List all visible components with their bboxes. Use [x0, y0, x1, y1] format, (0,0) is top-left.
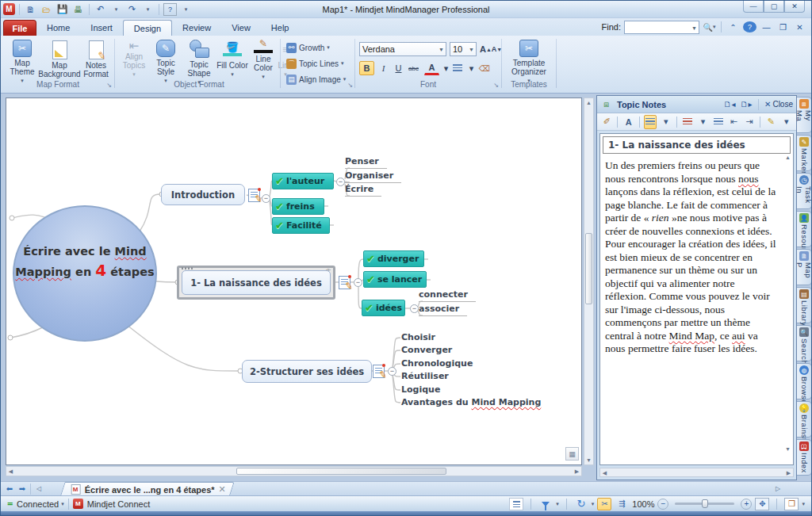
highlighter-icon[interactable]: ✎ — [764, 115, 777, 129]
numbered-list-icon[interactable] — [681, 115, 694, 129]
map-background-button[interactable]: Map Background — [39, 39, 80, 78]
collapse-branch-icon[interactable]: − — [262, 194, 270, 203]
filter-dropdown-icon[interactable]: ▾ — [556, 501, 559, 507]
binoculars-icon[interactable]: 🔍▾ — [703, 21, 716, 34]
minimize-button[interactable]: — — [743, 1, 764, 13]
forward-arrow-icon[interactable]: ➡ — [16, 483, 29, 495]
selected-topic-frame[interactable]: ◃▹ 1- La naissance des idées — [177, 266, 335, 300]
tab-view[interactable]: View — [221, 20, 261, 36]
fill-color-button[interactable]: 🪣 Fill Color▾ — [214, 39, 251, 78]
scroll-down-icon[interactable]: ▼ — [783, 445, 792, 453]
scroll-down-icon[interactable]: ▼ — [584, 456, 593, 464]
tab-home[interactable]: Home — [36, 20, 80, 36]
sidebar-tab-search[interactable]: 🔍Search — [797, 325, 812, 361]
zoom-in-icon[interactable]: + — [741, 499, 752, 510]
sidebar-tab-resources[interactable]: 👤Resour — [797, 211, 812, 247]
notes-format-button[interactable]: ✎ Notes Format — [79, 39, 113, 78]
topic-introduction[interactable]: Introduction — [161, 184, 245, 205]
note-body[interactable]: Un des premiers freins ou peurs que nous… — [600, 156, 783, 356]
increase-indent-icon[interactable]: ⇥ — [743, 115, 756, 129]
clear-formatting-icon[interactable]: ⌫ — [477, 61, 492, 75]
align-left-button[interactable] — [644, 115, 657, 129]
file-tab[interactable]: File — [3, 20, 36, 36]
maximize-button[interactable]: ▢ — [764, 1, 784, 13]
close-tab-icon[interactable]: ✕ — [219, 484, 226, 495]
bold-button[interactable]: B — [359, 61, 374, 75]
notes-vertical-scrollbar[interactable]: ▲ ▼ — [783, 153, 793, 464]
sidebar-tab-library[interactable]: ▤Library — [797, 287, 812, 323]
zoom-out-icon[interactable]: − — [657, 499, 668, 510]
subtopic-organiser[interactable]: Organiser — [345, 170, 401, 183]
zoom-slider-thumb[interactable] — [702, 499, 708, 508]
subtopic-logique[interactable]: Logique — [401, 384, 440, 395]
font-color-button[interactable]: A — [424, 61, 439, 75]
topic-notes-icon[interactable] — [339, 276, 350, 289]
alignment-button[interactable] — [450, 61, 465, 75]
panel-layout-dropdown-icon[interactable]: ▾ — [802, 501, 805, 507]
close-panel-button[interactable]: ✕ Close — [764, 98, 793, 111]
previous-note-icon[interactable]: 🗋◂ — [723, 98, 736, 111]
help-circle-icon[interactable]: ? — [743, 21, 756, 32]
doc-close-icon[interactable]: ✕ — [793, 21, 806, 34]
next-note-icon[interactable]: 🗋▸ — [740, 98, 753, 111]
subtopic-lauteur[interactable]: ✔l'auteur — [272, 173, 334, 189]
sidebar-tab-brainstorm[interactable]: 💡Brainst — [797, 401, 812, 438]
show-branches-icon[interactable]: ⇶ — [615, 498, 629, 510]
sidebar-tab-my-maps[interactable]: 🗉My Ma — [797, 97, 812, 133]
topic-notes-icon[interactable] — [373, 365, 385, 378]
highlighter-dropdown-icon[interactable]: ▾ — [780, 115, 793, 129]
subtopic-reutiliser[interactable]: Réutiliser — [401, 371, 449, 381]
subtopic-connecter[interactable]: connecter — [419, 289, 476, 302]
template-organizer-button[interactable]: ✂ Template Organizer▾ — [508, 39, 550, 78]
collapse-ribbon-icon[interactable]: ⌃ — [726, 21, 740, 34]
arrange-dialog-launcher-icon[interactable]: ↘ — [347, 82, 353, 89]
notes-editor[interactable]: 1- La naissance des idées Un des premier… — [599, 133, 794, 465]
collapse-branch-icon[interactable]: − — [388, 367, 396, 376]
map-theme-button[interactable]: ✂ Map Theme▾ — [4, 39, 40, 78]
subtopic-facilite[interactable]: ✔Facilité — [272, 217, 330, 234]
tab-help[interactable]: Help — [261, 20, 300, 36]
panel-layout-icon[interactable]: ❐ — [784, 498, 799, 510]
scrollbar-thumb[interactable] — [236, 468, 446, 475]
scroll-up-icon[interactable]: ▲ — [584, 98, 593, 107]
zoom-slider[interactable] — [675, 503, 734, 505]
canvas-vertical-scrollbar[interactable]: ▲ ▼ — [584, 97, 594, 465]
filter-icon[interactable] — [538, 498, 553, 510]
fit-map-icon[interactable]: ✥ — [755, 498, 769, 510]
subtopic-converger[interactable]: Converger — [401, 345, 452, 355]
subtopic-avantages[interactable]: Avantages du Mind Mapping — [401, 397, 541, 407]
refresh-icon[interactable]: ↻ — [574, 498, 588, 510]
font-size-select[interactable]: 10▼ — [450, 42, 477, 56]
document-tab[interactable]: Écrire avec le ...ng en 4 étapes* ✕ — [60, 482, 235, 495]
subtopic-choisir[interactable]: Choisir — [401, 332, 435, 342]
find-input[interactable]: ▼ — [624, 21, 699, 34]
scroll-left-icon[interactable]: ◀ — [6, 467, 15, 476]
italic-button[interactable]: I — [376, 61, 391, 75]
refresh-dropdown-icon[interactable]: ▾ — [592, 501, 595, 507]
tab-design[interactable]: Design — [123, 20, 172, 36]
bullet-list-icon[interactable] — [712, 115, 725, 129]
subtopic-chronologique[interactable]: Chronologique — [401, 358, 473, 369]
close-button[interactable]: ✕ — [784, 1, 805, 13]
connected-label[interactable]: Connected — [17, 499, 59, 509]
notes-horizontal-scrollbar[interactable]: ◀ ▶ — [599, 468, 794, 477]
back-arrow-icon[interactable]: ⬅ — [3, 483, 16, 495]
map-format-dialog-launcher-icon[interactable]: ↘ — [106, 82, 112, 89]
subtopic-freins[interactable]: ✔freins — [272, 198, 324, 215]
subtopic-idees[interactable]: ✔idées — [362, 300, 405, 316]
tab-review[interactable]: Review — [172, 20, 221, 36]
find-dropdown-icon[interactable]: ▼ — [691, 25, 697, 31]
collapse-branch-icon[interactable]: − — [410, 304, 419, 313]
canvas-horizontal-scrollbar[interactable]: ◀ ▶ — [6, 466, 582, 476]
scroll-right-icon[interactable]: ▶ — [573, 467, 581, 476]
topic-shape-button[interactable]: Topic Shape▾ — [181, 39, 217, 78]
format-painter-icon[interactable]: ✐ — [600, 115, 613, 129]
align-dropdown-icon[interactable]: ▾ — [659, 115, 672, 129]
sidebar-tab-marker[interactable]: ✎Marker — [797, 135, 812, 171]
map-overview-button[interactable]: ▦ — [565, 447, 579, 461]
collapse-branch-icon[interactable]: − — [336, 178, 345, 186]
subtopic-selancer[interactable]: ✔se lancer — [363, 271, 427, 288]
numbered-list-dropdown-icon[interactable]: ▾ — [696, 115, 709, 129]
underline-button[interactable]: U — [391, 61, 406, 75]
presentation-view-icon[interactable] — [509, 498, 523, 510]
